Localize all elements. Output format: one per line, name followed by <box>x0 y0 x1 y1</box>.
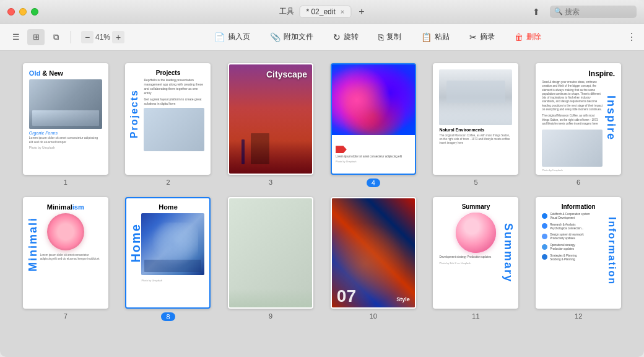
page-5-body: The original Monsoon Coffee, as with mos… <box>439 134 512 145</box>
page-11-title: Summary <box>439 203 512 210</box>
page-thumb-10[interactable]: Style 07 <box>331 197 416 309</box>
share-button[interactable]: ⬆ <box>528 5 545 19</box>
main-content: Old & New Organic Forms Lorem ipsum dolo… <box>0 51 644 357</box>
page-item-11[interactable]: Summary Summary Development strategy Pro… <box>429 197 523 321</box>
page-number-9: 9 <box>269 312 272 320</box>
page-2-image <box>144 108 204 151</box>
attach-file-label: 附加文件 <box>284 32 313 42</box>
insert-page-icon: 📄 <box>214 32 225 42</box>
page-1-body: Lorem ipsum dolor sit amet consectetur a… <box>29 136 102 144</box>
titlebar-title-area: 工具 * 02_edit × + <box>279 6 364 18</box>
page-number-6: 6 <box>577 178 580 186</box>
page-item-5[interactable]: Natural Environments The original Monsoo… <box>429 63 523 187</box>
delete-button[interactable]: 🗑 删除 <box>511 29 545 45</box>
page-item-8[interactable]: Home Home Photo by Unsplash 8 <box>121 197 215 321</box>
list-item: Goldfinch & Cooperation systemVisual Dev… <box>542 213 603 220</box>
page-6-side-text: Inspire <box>604 95 617 141</box>
page-5-image <box>439 69 512 125</box>
page-2-side-text: Projects <box>129 89 140 138</box>
page-thumb-8[interactable]: Home Home Photo by Unsplash <box>125 197 211 309</box>
list-item-text-1: Goldfinch & Cooperation systemVisual Dev… <box>550 213 590 220</box>
search-icon: 🔍 <box>554 7 563 15</box>
page-thumb-11[interactable]: Summary Summary Development strategy Pro… <box>433 197 518 309</box>
rotate-button[interactable]: ↻ 旋转 <box>329 29 362 45</box>
zoom-out-button[interactable]: − <box>81 31 94 43</box>
extract-icon: ✂ <box>469 32 477 42</box>
zoom-in-button[interactable]: + <box>112 31 124 43</box>
search-input[interactable] <box>550 6 637 18</box>
page-7-side-text: Minimali <box>27 217 40 271</box>
toolbar-center: 📄 插入页 📎 附加文件 ↻ 旋转 ⎘ 复制 📋 粘贴 ✂ 摘录 🗑 删除 <box>131 29 624 45</box>
page-number-11: 11 <box>472 312 479 320</box>
page-thumb-9[interactable]: Biophilic designcan reduce stress,enhanc… <box>228 197 313 309</box>
page-6-body-1: Read & design your creative ideas, embra… <box>542 81 603 112</box>
titlebar-right: ⬆ 🔍 <box>528 5 637 19</box>
extract-button[interactable]: ✂ 摘录 <box>466 29 498 45</box>
minimize-window-button[interactable] <box>19 8 27 15</box>
grid-view-button[interactable]: ⊞ <box>27 29 45 45</box>
delete-label: 删除 <box>526 32 541 42</box>
traffic-lights <box>7 8 38 15</box>
paste-label: 粘贴 <box>435 32 450 42</box>
page-1-credit: Photo by Unsplash <box>29 146 102 149</box>
insert-page-button[interactable]: 📄 插入页 <box>211 29 254 45</box>
page-item-6[interactable]: Inspire. Inspire Read & design your crea… <box>531 63 625 187</box>
list-view-button[interactable]: ⧉ <box>47 29 64 45</box>
add-tab-button[interactable]: + <box>359 6 364 17</box>
page-8-image <box>141 213 204 275</box>
page-item-7[interactable]: Minimalism Minimali Lorem ipsum dolor si… <box>19 197 113 321</box>
paste-button[interactable]: 📋 粘贴 <box>417 29 453 45</box>
page-item-12[interactable]: Information Information Goldfinch & Coop… <box>531 197 625 321</box>
page-7-title-blue: ism <box>72 203 84 211</box>
list-item-dot-5 <box>542 254 547 260</box>
copy-button[interactable]: ⎘ 复制 <box>375 29 405 45</box>
list-item-text-2: Research & AnalysisPsychological connect… <box>550 223 583 231</box>
page-2-title: Projects <box>131 69 204 76</box>
list-item: Design system & teamworkProductivity upd… <box>542 233 603 240</box>
page-8-credit: Photo by Unsplash <box>131 279 204 282</box>
page-thumb-12[interactable]: Information Information Goldfinch & Coop… <box>536 197 621 309</box>
page-thumb-3[interactable]: Cityscape <box>228 63 313 175</box>
toolbar-left: ☰ ⊞ ⧉ − 41% + <box>7 29 128 45</box>
page-4-text: Lorem ipsum dolor sit amet consectetur a… <box>336 155 411 159</box>
page-item-4[interactable]: Lorem ipsum dolor sit amet consectetur a… <box>326 63 420 187</box>
page-thumb-1[interactable]: Old & New Organic Forms Lorem ipsum dolo… <box>23 63 108 175</box>
page-6-image <box>542 130 603 167</box>
page-12-title: Information <box>542 203 615 210</box>
page-12-content: Information Information Goldfinch & Coop… <box>537 198 620 307</box>
attach-file-button[interactable]: 📎 附加文件 <box>266 29 317 45</box>
page-item-9[interactable]: Biophilic designcan reduce stress,enhanc… <box>224 197 318 321</box>
page-11-flower-image <box>456 213 496 253</box>
page-item-10[interactable]: Style 07 10 <box>326 197 420 321</box>
copy-label: 复制 <box>386 32 401 42</box>
page-item-3[interactable]: Cityscape 3 <box>224 63 318 187</box>
list-item-dot-4 <box>542 244 547 250</box>
pages-grid: Old & New Organic Forms Lorem ipsum dolo… <box>19 63 625 321</box>
page-10-content: Style 07 <box>332 198 415 307</box>
tab-item[interactable]: * 02_edit × <box>299 6 351 18</box>
attach-file-icon: 📎 <box>270 32 281 42</box>
page-4-credit: Photo by Unsplash <box>336 160 411 163</box>
page-6-title: Inspire. <box>542 69 615 78</box>
sidebar-toggle-button[interactable]: ☰ <box>7 29 25 45</box>
paste-icon: 📋 <box>421 32 432 42</box>
page-thumb-4[interactable]: Lorem ipsum dolor sit amet consectetur a… <box>331 63 416 175</box>
page-number-5: 5 <box>474 178 477 186</box>
page-thumb-6[interactable]: Inspire. Inspire Read & design your crea… <box>536 63 621 175</box>
page-thumb-5[interactable]: Natural Environments The original Monsoo… <box>433 63 518 175</box>
page-thumb-7[interactable]: Minimalism Minimali Lorem ipsum dolor si… <box>23 197 108 309</box>
page-8-title: Home <box>131 203 204 211</box>
page-thumb-2[interactable]: Projects Projects RepHello is the leadin… <box>125 63 211 175</box>
page-number-12: 12 <box>575 312 582 320</box>
tab-close-button[interactable]: × <box>341 8 344 15</box>
page-1-tagline: Organic Forms <box>29 131 102 135</box>
page-item-1[interactable]: Old & New Organic Forms Lorem ipsum dolo… <box>19 63 113 187</box>
page-2-body: RepHello is the leading presentation man… <box>144 78 204 95</box>
list-item-text-3: Design system & teamworkProductivity upd… <box>550 233 584 240</box>
fullscreen-window-button[interactable] <box>31 8 38 15</box>
close-window-button[interactable] <box>7 8 15 15</box>
page-item-2[interactable]: Projects Projects RepHello is the leadin… <box>121 63 215 187</box>
list-item: Strategies & PlanningStocking & Planning <box>542 254 603 262</box>
more-options-button[interactable]: ⋮ <box>627 31 637 43</box>
page-number-1: 1 <box>64 178 67 186</box>
